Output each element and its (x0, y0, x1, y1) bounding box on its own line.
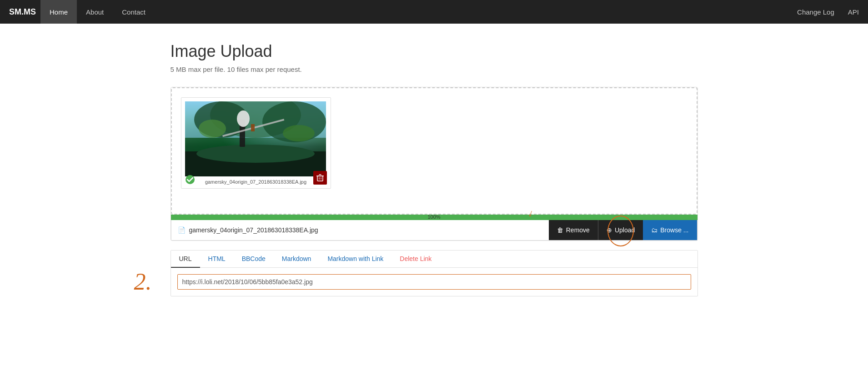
nav-api[interactable]: API (848, 8, 859, 16)
browse-icon: 🗂 (651, 226, 657, 234)
remove-label: Remove (566, 226, 590, 234)
nav-about[interactable]: About (77, 0, 113, 24)
nav-contact[interactable]: Contact (113, 0, 155, 24)
navbar: SM.MS Home About Contact Change Log API (0, 0, 868, 24)
file-icon: 📄 (178, 226, 186, 234)
tabs-header: URL HTML BBCode Markdown Markdown with L… (171, 251, 697, 268)
trash-icon (316, 174, 324, 182)
nav-links: Home About Contact (40, 0, 797, 24)
browse-button[interactable]: 🗂 Browse ... (643, 220, 697, 240)
image-card: gamersky_04origin_07_201863018338EA.jpg (181, 97, 331, 189)
upload-drop-area[interactable]: gamersky_04origin_07_201863018338EA.jpg (171, 87, 697, 215)
progress-label: 100% (427, 214, 440, 220)
preview-svg (185, 101, 326, 176)
tab-markdown-link[interactable]: Markdown with Link (319, 251, 391, 268)
image-card-filename: gamersky_04origin_07_201863018338EA.jpg (185, 179, 327, 185)
action-filename-text: gamersky_04origin_07_201863018338EA.jpg (189, 226, 318, 234)
remove-button[interactable]: 🗑 Remove (549, 220, 598, 240)
progress-bar-container: 100% (171, 215, 697, 220)
tab-bbcode[interactable]: BBCode (234, 251, 274, 268)
action-filename: 📄 gamersky_04origin_07_201863018338EA.jp… (171, 222, 549, 238)
url-input[interactable] (177, 274, 691, 290)
svg-rect-13 (317, 176, 323, 181)
nav-changelog[interactable]: Change Log (797, 8, 834, 16)
browse-label: Browse ... (660, 226, 688, 234)
result-section: 2. URL HTML BBCode Markdown Markdown wit… (171, 250, 698, 296)
svg-point-11 (283, 125, 315, 141)
action-bar: 📄 gamersky_04origin_07_201863018338EA.jp… (171, 220, 697, 241)
upload-container: gamersky_04origin_07_201863018338EA.jpg (171, 87, 698, 241)
tab-content (171, 268, 697, 296)
tab-url[interactable]: URL (171, 251, 200, 268)
page-subtitle: 5 MB max per file. 10 files max per requ… (171, 65, 698, 73)
svg-rect-8 (251, 124, 255, 131)
trash-icon-btn: 🗑 (557, 226, 563, 234)
tab-markdown[interactable]: Markdown (274, 251, 320, 268)
step-annotation: 2. (134, 268, 152, 295)
upload-button[interactable]: ⊕ Upload (598, 220, 643, 240)
image-delete-button[interactable] (313, 171, 327, 185)
page-title: Image Upload (171, 42, 698, 61)
svg-point-9 (237, 110, 250, 127)
svg-point-10 (199, 120, 226, 138)
image-status-icon (185, 175, 195, 185)
brand-logo: SM.MS (9, 7, 36, 17)
svg-point-5 (196, 145, 315, 163)
upload-label: Upload (615, 226, 635, 234)
nav-right: Change Log API (797, 8, 859, 16)
nav-home[interactable]: Home (40, 0, 77, 24)
tabs-container: URL HTML BBCode Markdown Markdown with L… (171, 250, 698, 296)
upload-icon: ⊕ (607, 226, 612, 234)
image-preview (185, 101, 326, 176)
image-preview-inner (185, 101, 326, 176)
main-content: Image Upload 5 MB max per file. 10 files… (161, 24, 707, 315)
tab-html[interactable]: HTML (200, 251, 234, 268)
upload-btn-wrapper: ⊕ Upload (598, 220, 643, 240)
tab-delete-link[interactable]: Delete Link (391, 251, 440, 268)
